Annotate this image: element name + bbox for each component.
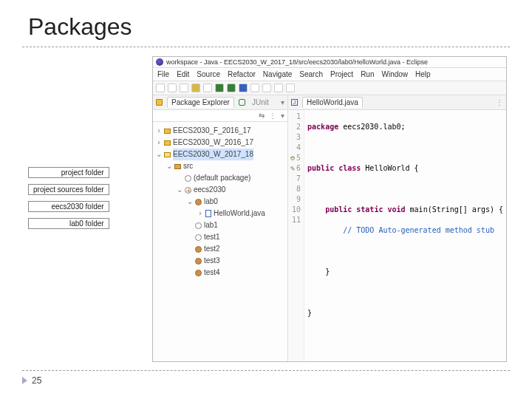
line-num: 3	[288, 132, 301, 143]
project-node-open[interactable]: ⌄EECS2030_W_2017_18	[156, 149, 286, 160]
test2-package-node[interactable]: test2	[156, 243, 286, 255]
package-explorer-tree: ›EECS2030_F_2016_17 ›EECS2030_W_2016_17 …	[153, 122, 287, 283]
collapse-all-icon[interactable]: ⇆	[259, 112, 265, 120]
editor-tab-row: J HelloWorld.java ⋮	[288, 95, 506, 110]
package-icon	[195, 246, 202, 253]
menu-project[interactable]: Project	[330, 70, 353, 78]
menu-refactor[interactable]: Refactor	[228, 70, 256, 78]
keyword: package	[307, 123, 338, 131]
run-button[interactable]	[215, 83, 224, 92]
debug-button[interactable]	[227, 83, 236, 92]
menu-help[interactable]: Help	[415, 70, 431, 78]
project-node[interactable]: ›EECS2030_W_2016_17	[156, 137, 286, 149]
package-parent-icon	[185, 187, 191, 194]
tab-tools[interactable]: ⋮	[496, 98, 503, 106]
project-node[interactable]: ›EECS2030_F_2016_17	[156, 125, 286, 137]
test3-package-node[interactable]: test3	[156, 255, 286, 267]
marker-icon[interactable]: ✎	[290, 163, 295, 174]
collapse-icon[interactable]: ⌄	[177, 184, 183, 196]
collapse-icon[interactable]: ⌄	[187, 196, 193, 208]
code-text: {	[410, 164, 419, 172]
line-num: 5	[296, 153, 301, 163]
code-text: }	[307, 309, 312, 317]
tree-label: EECS2030_W_2016_17	[173, 137, 253, 149]
eecs2030-package-node[interactable]: ⌄eecs2030	[156, 184, 286, 196]
expand-icon[interactable]: ›	[156, 125, 162, 137]
expand-icon[interactable]: ›	[156, 137, 162, 149]
code-editor[interactable]: 1 2 3 4 ⊖5 ✎6 7 8 9 10 11 package eecs20…	[288, 110, 506, 361]
window-title: workspace - Java - EECS2030_W_2017_18/sr…	[166, 58, 428, 66]
package-empty-icon	[195, 222, 202, 229]
test1-package-node[interactable]: test1	[156, 231, 286, 243]
tree-label: (default package)	[194, 172, 250, 184]
toolbar-button[interactable]	[168, 83, 177, 92]
project-icon	[164, 129, 171, 134]
code-area[interactable]: package eecs2030.lab0; public class Hell…	[304, 110, 506, 361]
tree-label: EECS2030_F_2016_17	[173, 125, 251, 137]
package-empty-icon	[195, 234, 202, 241]
tree-label: lab1	[204, 219, 218, 231]
title-divider	[22, 47, 510, 47]
window-titlebar[interactable]: workspace - Java - EECS2030_W_2017_18/sr…	[153, 57, 506, 68]
left-tab-row: Package Explorer JUnit ▾	[153, 95, 287, 110]
eclipse-icon	[156, 58, 163, 66]
keyword: static	[356, 205, 383, 214]
menu-navigate[interactable]: Navigate	[263, 70, 292, 78]
package-empty-icon	[185, 175, 191, 182]
tab-junit[interactable]: JUnit	[250, 98, 271, 107]
menu-file[interactable]: File	[157, 70, 169, 78]
view-dropdown-icon[interactable]: ▾	[281, 112, 284, 120]
collapse-icon[interactable]: ⌄	[166, 160, 172, 172]
toolbar-button[interactable]	[239, 83, 248, 92]
toolbar-button[interactable]	[286, 83, 295, 92]
code-text: }	[325, 267, 330, 276]
menu-search[interactable]: Search	[299, 70, 323, 78]
callouts: project folder project sources folder ee…	[28, 167, 109, 229]
link-editor-icon[interactable]: ⋮	[269, 112, 276, 120]
callout-project-folder: project folder	[28, 167, 109, 178]
toolbar-button[interactable]	[180, 83, 188, 92]
line-num: 9	[288, 194, 301, 205]
class-name: HelloWorld	[365, 164, 409, 172]
source-folder-icon	[174, 164, 181, 169]
footer-divider	[22, 370, 510, 371]
expand-icon[interactable]: ›	[197, 208, 203, 219]
toolbar-button[interactable]	[262, 83, 271, 92]
line-num: 11	[288, 215, 301, 225]
tree-label: src	[183, 160, 193, 172]
collapse-icon[interactable]: ⌄	[156, 149, 162, 160]
keyword: void	[387, 205, 405, 214]
menu-run[interactable]: Run	[361, 70, 374, 78]
menu-edit[interactable]: Edit	[177, 70, 189, 78]
slide-content: project folder project sources folder ee…	[22, 56, 510, 337]
toolbar-button[interactable]	[203, 83, 212, 92]
editor-tab[interactable]: HelloWorld.java	[302, 97, 363, 108]
line-num: 4	[288, 143, 301, 153]
junit-icon	[239, 99, 245, 106]
lab0-package-node[interactable]: ⌄lab0	[156, 196, 286, 208]
menu-window[interactable]: Window	[381, 70, 408, 78]
java-file-icon	[205, 210, 211, 217]
java-file-icon: J	[291, 99, 298, 106]
package-icon	[195, 199, 202, 205]
lab1-package-node[interactable]: lab1	[156, 219, 286, 231]
default-package-node[interactable]: (default package)	[156, 172, 286, 184]
test4-package-node[interactable]: test4	[156, 267, 286, 279]
src-node[interactable]: ⌄src	[156, 160, 286, 172]
footer: 25	[22, 370, 510, 386]
toolbar-button[interactable]	[156, 83, 165, 92]
page-bullet-icon	[22, 377, 27, 384]
java-file-node[interactable]: ›HelloWorld.java	[156, 208, 286, 219]
toolbar-button[interactable]	[191, 83, 200, 92]
fold-icon[interactable]: ⊖	[290, 153, 295, 163]
view-menu-icon[interactable]: ▾	[281, 98, 284, 106]
line-num: 2	[288, 122, 301, 132]
tree-label: EECS2030_W_2017_18	[173, 149, 253, 160]
menu-source[interactable]: Source	[197, 70, 220, 78]
tab-package-explorer[interactable]: Package Explorer	[167, 97, 234, 108]
code-text: main(String[] args) {	[406, 205, 503, 214]
line-num: 6	[296, 163, 301, 174]
toolbar-button[interactable]	[250, 83, 259, 92]
line-num: 8	[288, 184, 301, 194]
toolbar-button[interactable]	[274, 83, 283, 92]
